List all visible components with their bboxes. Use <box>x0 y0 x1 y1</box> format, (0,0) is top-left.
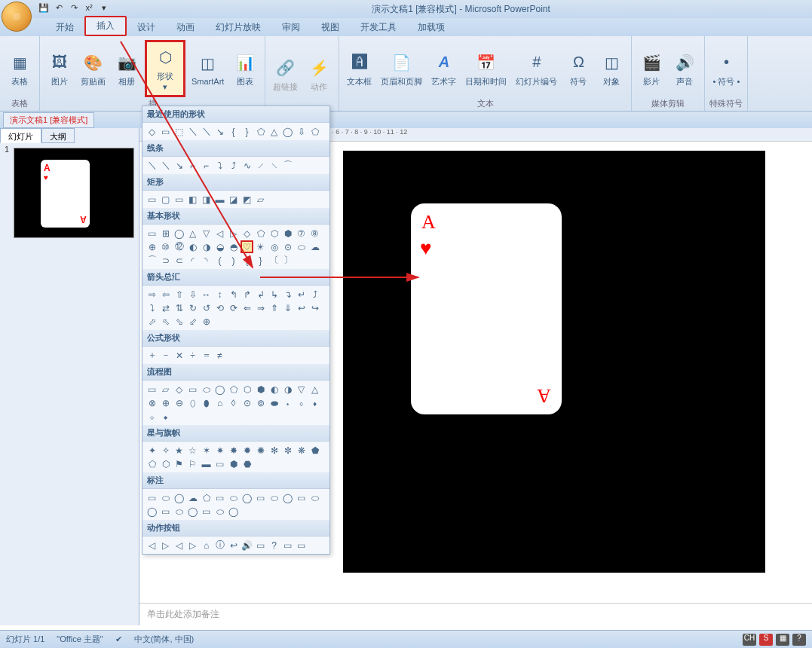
shape-item[interactable]: ⟳ <box>227 301 240 314</box>
shape-item[interactable]: ↘ <box>213 125 226 138</box>
shape-item[interactable]: ◇ <box>146 125 158 138</box>
shape-item[interactable]: ⊞ <box>159 227 172 240</box>
shape-item[interactable]: ▷ <box>227 227 240 240</box>
shape-item[interactable]: ◐ <box>268 383 280 396</box>
slide-thumbnail[interactable]: A ♥ A <box>14 148 134 238</box>
shape-item[interactable]: ⊕ <box>146 240 158 253</box>
playing-card[interactable]: A ♥ A <box>411 203 562 414</box>
shape-item[interactable]: ⬢ <box>254 383 267 396</box>
shape-item[interactable]: ▭ <box>186 383 199 396</box>
shape-item[interactable]: ▭ <box>146 491 158 504</box>
shape-item[interactable]: △ <box>268 125 280 138</box>
shape-item[interactable]: ⬭ <box>308 491 321 504</box>
btn-object[interactable]: ◫对象 <box>596 49 627 89</box>
shape-item[interactable]: ⬠ <box>200 491 213 504</box>
shape-item[interactable]: ⇐ <box>241 301 253 314</box>
shape-item[interactable]: ⇦ <box>159 288 172 301</box>
shape-item[interactable]: ⬭ <box>227 491 240 504</box>
shape-item[interactable]: ◯ <box>281 491 294 504</box>
shape-item[interactable]: ▭ <box>295 539 308 552</box>
shape-item[interactable]: ◁ <box>213 227 226 240</box>
btn-headerfooter[interactable]: 📄页眉和页脚 <box>378 49 425 89</box>
shape-item[interactable]: ⊕ <box>200 315 213 328</box>
shape-item[interactable]: ▭ <box>146 227 158 240</box>
shape-item[interactable]: ◯ <box>173 491 185 504</box>
shape-item[interactable]: ◩ <box>241 193 253 206</box>
shape-item[interactable]: ⊃ <box>159 254 172 267</box>
shape-item[interactable]: ⇓ <box>281 301 294 314</box>
shape-item[interactable]: ◯ <box>227 505 240 518</box>
shape-item[interactable]: ◓ <box>227 240 240 253</box>
shape-item[interactable]: ⊂ <box>173 254 185 267</box>
shape-item[interactable]: ▭ <box>159 505 172 518</box>
shape-item[interactable]: ◧ <box>186 193 199 206</box>
btn-special[interactable]: •• 符号 • <box>709 49 743 89</box>
shape-item[interactable]: ⤴ <box>227 159 240 172</box>
shape-item[interactable]: ☁ <box>186 491 199 504</box>
shape-item[interactable]: ▽ <box>295 383 308 396</box>
shape-item[interactable]: ↪ <box>308 301 321 314</box>
shape-item[interactable]: ≠ <box>213 349 226 362</box>
shape-item[interactable]: ✼ <box>281 444 294 457</box>
shape-item[interactable]: ⬟ <box>308 444 321 457</box>
shape-item[interactable]: ☆ <box>186 444 199 457</box>
shape-item[interactable]: ⑧ <box>308 227 321 240</box>
shape-item[interactable]: △ <box>186 227 199 240</box>
shape-item[interactable]: ▭ <box>213 457 226 470</box>
shape-item[interactable]: ↔ <box>200 288 213 301</box>
ime-ch[interactable]: CH <box>743 634 756 646</box>
shape-item[interactable]: ↺ <box>200 301 213 314</box>
ime-help[interactable]: ? <box>792 634 806 646</box>
shape-item[interactable]: ↩ <box>295 301 308 314</box>
shape-item[interactable]: ↵ <box>295 288 308 301</box>
shape-item[interactable]: ◎ <box>268 240 280 253</box>
shape-item[interactable]: ⬢ <box>281 227 294 240</box>
tab-addin[interactable]: 加载项 <box>407 19 455 36</box>
btn-table[interactable]: ▦表格 <box>5 49 35 89</box>
shape-item[interactable]: ▽ <box>200 227 213 240</box>
shape-item[interactable]: ⌒ <box>146 254 158 267</box>
shape-item[interactable]: } <box>241 125 253 138</box>
shape-item[interactable]: ▬ <box>213 193 226 206</box>
shape-item[interactable]: ⬚ <box>173 125 185 138</box>
shape-item[interactable]: ◒ <box>213 240 226 253</box>
shape-item[interactable]: ⊗ <box>146 396 158 409</box>
shape-item[interactable]: ⬨ <box>295 396 308 409</box>
shape-item[interactable]: ▭ <box>146 193 158 206</box>
shape-item[interactable]: － <box>159 349 172 362</box>
shape-item[interactable]: ◇ <box>241 227 253 240</box>
shape-item[interactable]: ◪ <box>227 193 240 206</box>
shape-item[interactable]: ▱ <box>159 383 172 396</box>
shape-item[interactable]: ⓘ <box>213 539 226 552</box>
shape-item[interactable]: ▷ <box>186 539 199 552</box>
shape-item[interactable]: ⬠ <box>227 383 240 396</box>
shape-item[interactable]: ◯ <box>281 125 294 138</box>
shape-item[interactable]: ▭ <box>254 539 267 552</box>
qat-sup-icon[interactable]: x² <box>83 3 95 15</box>
tab-home[interactable]: 开始 <box>45 19 84 36</box>
btn-chart[interactable]: 📊图表 <box>230 49 260 89</box>
qat-undo-icon[interactable]: ↶ <box>53 3 65 15</box>
shape-item[interactable]: ✹ <box>241 444 253 457</box>
shape-item[interactable]: ⊚ <box>254 396 267 409</box>
shape-item[interactable]: ▭ <box>173 193 185 206</box>
ime-s[interactable]: S <box>759 634 773 646</box>
shape-item[interactable]: ⬦ <box>146 410 158 423</box>
shape-item[interactable]: ⌂ <box>200 539 213 552</box>
qat-save-icon[interactable]: 💾 <box>38 3 50 15</box>
shape-item[interactable]: { <box>227 125 240 138</box>
shape-item[interactable]: 〔 <box>268 254 280 267</box>
shape-item[interactable]: ⇅ <box>173 301 185 314</box>
shape-item[interactable]: { <box>241 254 253 267</box>
shape-item[interactable]: ▭ <box>295 491 308 504</box>
shape-item[interactable]: ⇩ <box>295 125 308 138</box>
shape-item[interactable]: ◯ <box>173 227 185 240</box>
shape-item[interactable]: ▭ <box>159 125 172 138</box>
shape-item[interactable]: ＼ <box>186 125 199 138</box>
shape-item[interactable]: ⬢ <box>227 457 240 470</box>
shape-item[interactable]: ⟍ <box>268 159 280 172</box>
shape-item[interactable]: ⬣ <box>241 457 253 470</box>
btn-slidenum[interactable]: #幻灯片编号 <box>513 49 560 89</box>
shape-item[interactable]: ↳ <box>268 288 280 301</box>
shape-item[interactable]: ⬡ <box>268 227 280 240</box>
